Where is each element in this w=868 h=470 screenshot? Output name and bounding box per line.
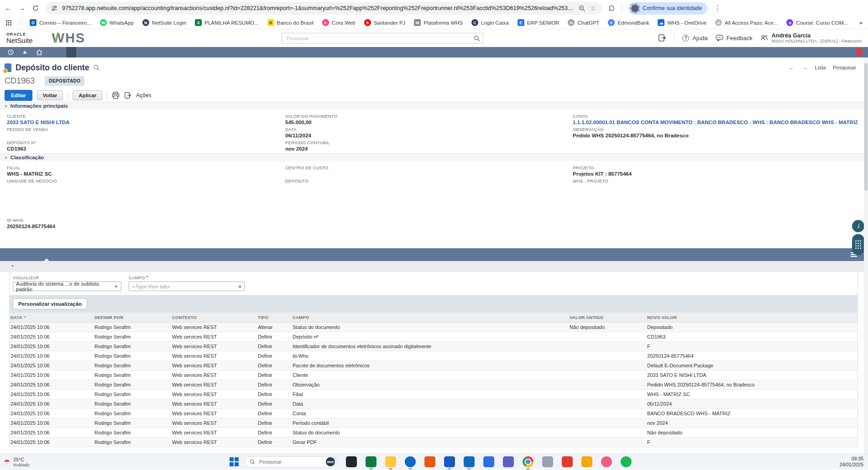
record-tab[interactable] xyxy=(78,248,88,261)
extensions-icon[interactable] xyxy=(608,5,615,12)
column-header-contexto[interactable]: CONTEXTO xyxy=(171,313,257,323)
bookmark-item[interactable]: E ERP SENIOR xyxy=(518,19,559,26)
view-select[interactable]: Auditoria do sistema ...o de sublista pa… xyxy=(13,282,121,291)
record-tab[interactable] xyxy=(5,248,15,261)
bookmark-item[interactable]: O Correio – Financeiro... xyxy=(30,19,91,26)
edit-button[interactable]: Editar xyxy=(5,90,32,101)
bookmark-item[interactable]: C Login Caixa xyxy=(471,19,509,26)
nav-item[interactable] xyxy=(66,47,76,57)
bookmark-item[interactable]: E EdmondBank xyxy=(608,19,649,26)
actions-menu[interactable]: Ações xyxy=(136,92,151,99)
nav-item[interactable] xyxy=(76,47,86,57)
taskbar-app-icon-chrome[interactable] xyxy=(523,456,533,467)
record-search-icon[interactable] xyxy=(93,64,99,71)
taskbar-app-icon-app-pink[interactable] xyxy=(601,456,612,467)
column-header-data[interactable]: DATA▼ xyxy=(10,313,94,323)
site-settings-icon[interactable] xyxy=(51,5,58,11)
bookmark-star-icon[interactable]: ☆ xyxy=(590,5,596,11)
start-button[interactable] xyxy=(230,457,239,467)
record-tab[interactable] xyxy=(51,248,60,261)
shortcuts-star-icon[interactable]: ★ xyxy=(18,49,32,56)
taskbar-app-icon-teams[interactable] xyxy=(503,456,514,467)
bookmark-item[interactable]: N NetSuite Login xyxy=(142,19,186,26)
bookmark-item[interactable]: A All Access Pass: Ace... xyxy=(715,19,778,26)
taskbar-app-icon-file-explorer[interactable] xyxy=(385,456,396,467)
back-icon[interactable]: ← xyxy=(5,5,12,12)
reload-icon[interactable] xyxy=(32,5,39,12)
home-icon[interactable] xyxy=(32,49,46,55)
list-link[interactable]: Lista xyxy=(815,65,826,70)
record-tab[interactable] xyxy=(88,248,97,261)
forward-icon[interactable]: → xyxy=(18,5,26,12)
bookmark-item[interactable]: G ChatGPT xyxy=(568,19,599,26)
record-tab[interactable] xyxy=(24,248,33,261)
section-header-classification[interactable]: ∨ Classificação xyxy=(0,153,868,161)
notification-badge[interactable] xyxy=(856,48,862,56)
nav-item[interactable] xyxy=(157,47,167,57)
nav-item[interactable] xyxy=(146,47,157,57)
bookmark-item[interactable]: W Plataforma WHS xyxy=(414,19,463,26)
feedback-button[interactable]: Feedback xyxy=(716,35,753,42)
prev-record-icon[interactable]: ← xyxy=(789,64,795,71)
taskbar-app-icon-outlook[interactable] xyxy=(464,456,475,467)
taskbar-search[interactable]: WHS xyxy=(245,456,337,468)
oracle-netsuite-logo[interactable]: ORACLE NetSuite xyxy=(6,32,33,44)
field-value[interactable]: 2033 SATO E NISHI LTDA xyxy=(7,120,285,125)
browser-menu-icon[interactable]: ⋮ xyxy=(714,5,721,12)
nav-item[interactable] xyxy=(56,47,66,57)
taskbar-app-icon-word[interactable] xyxy=(444,456,455,467)
taskbar-app-icon-notepad[interactable] xyxy=(346,456,357,467)
global-search[interactable] xyxy=(282,33,483,43)
record-tab[interactable] xyxy=(60,248,69,261)
clock-widget[interactable]: 09:35 24/01/2025 xyxy=(839,456,863,468)
nav-item[interactable] xyxy=(116,47,126,57)
field-input[interactable] xyxy=(131,283,239,290)
bookmarks-overflow-icon[interactable]: » xyxy=(859,19,863,26)
bookmark-item[interactable]: C Cora Web xyxy=(322,19,356,26)
global-search-input[interactable] xyxy=(286,35,474,42)
zoom-out-icon[interactable] xyxy=(579,5,586,12)
bookmark-item[interactable]: S Santander PJ xyxy=(364,19,406,26)
bookmark-item[interactable]: u Course: Curso COM... xyxy=(786,19,848,26)
customize-view-button[interactable]: Personalizar visualização xyxy=(13,298,87,309)
record-tab[interactable] xyxy=(15,248,24,261)
next-record-icon[interactable]: → xyxy=(802,64,808,71)
dots-grid-icon[interactable] xyxy=(852,234,864,255)
identity-chip[interactable]: Confirme sua identidade xyxy=(628,2,707,15)
record-tab[interactable] xyxy=(69,248,78,261)
double-chevron-icon[interactable]: » xyxy=(237,285,244,288)
print-icon[interactable] xyxy=(112,92,120,99)
apps-grid-icon[interactable] xyxy=(5,20,12,26)
taskbar-app-icon-defender[interactable] xyxy=(483,456,494,467)
taskbar-app-icon-app-gray[interactable] xyxy=(542,456,553,467)
taskbar-app-icon-spotify[interactable] xyxy=(621,456,632,467)
nav-item[interactable] xyxy=(106,47,116,57)
help-button[interactable]: ? Ajuda xyxy=(682,35,707,42)
taskbar-app-icon-edge[interactable] xyxy=(405,456,416,467)
nav-item[interactable] xyxy=(96,47,106,57)
record-tab[interactable] xyxy=(42,248,51,261)
search-link[interactable]: Pesquisar xyxy=(833,65,856,70)
record-tab[interactable] xyxy=(33,248,42,261)
search-icon[interactable] xyxy=(474,35,480,42)
bookmark-item[interactable]: W WhatsApp xyxy=(100,19,134,26)
new-window-icon[interactable] xyxy=(124,92,131,99)
bookmark-item[interactable]: X PLANILHA RESUMO... xyxy=(195,19,258,26)
nav-item[interactable] xyxy=(86,47,96,57)
column-header-tipo[interactable]: TIPO xyxy=(257,313,292,323)
taskbar-app-icon-app-amber[interactable] xyxy=(581,456,592,467)
taskbar-app-icon-excel[interactable] xyxy=(366,456,376,467)
url-bar[interactable]: 9752278.app.netsuite.com/app/accounting/… xyxy=(46,2,601,15)
subtab[interactable] xyxy=(10,263,13,269)
taskbar-search-input[interactable] xyxy=(258,459,323,465)
nav-item[interactable] xyxy=(46,47,56,57)
url-text[interactable]: 9752278.app.netsuite.com/app/accounting/… xyxy=(62,5,574,11)
user-menu[interactable]: Andréa Garcia M2GV HOLDING LTDA - [GERAL… xyxy=(760,32,862,44)
section-header-main-info[interactable]: ∨ Informações principais xyxy=(0,102,868,110)
apply-button[interactable]: Aplicar xyxy=(73,90,102,100)
taskbar-app-icon-app-red[interactable] xyxy=(562,456,573,467)
column-header-valor-antigo[interactable]: VALOR ANTIGO xyxy=(569,313,646,323)
bookmark-item[interactable]: B Banco do Brasil xyxy=(267,19,314,26)
scrollbar[interactable] xyxy=(864,57,868,454)
column-header-campo[interactable]: CAMPO xyxy=(292,313,569,323)
